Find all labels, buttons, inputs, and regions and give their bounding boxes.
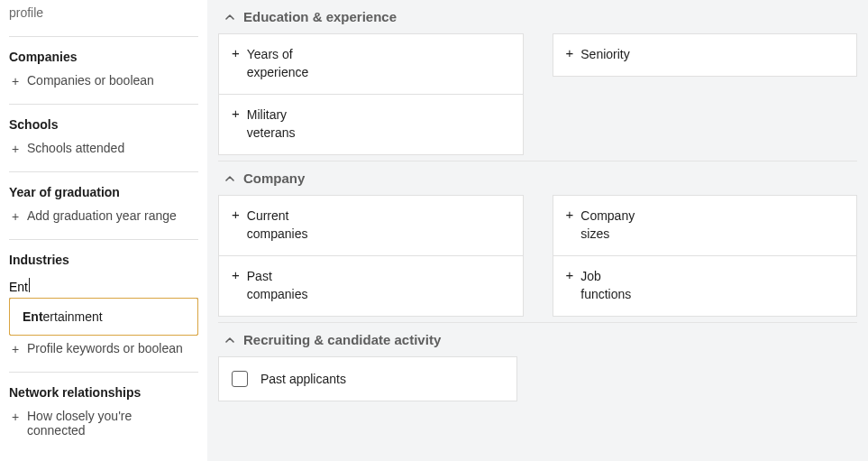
sidebar-heading-schools: Schools bbox=[9, 110, 198, 137]
add-network-label: How closely you're connected bbox=[27, 409, 180, 438]
card-label: Military veterans bbox=[247, 106, 319, 142]
card-seniority[interactable]: + Seniority bbox=[553, 33, 858, 77]
plus-icon: + bbox=[232, 207, 240, 223]
sidebar-heading-industries: Industries bbox=[9, 245, 198, 272]
card-label: Past companies bbox=[247, 267, 328, 303]
sidebar-heading-network: Network relationships bbox=[9, 378, 198, 405]
panel-header-company[interactable]: Company bbox=[218, 161, 857, 195]
dropdown-item-rest: ertainment bbox=[43, 309, 103, 324]
add-gradyear[interactable]: + Add graduation year range bbox=[9, 205, 198, 228]
chevron-up-icon bbox=[224, 11, 236, 23]
card-label: Job functions bbox=[580, 267, 653, 303]
plus-icon: + bbox=[9, 73, 22, 89]
company-col-left: + Current companies + Past companies bbox=[218, 195, 524, 317]
card-current-companies[interactable]: + Current companies bbox=[218, 195, 524, 256]
panel-title-education: Education & experience bbox=[243, 9, 397, 24]
education-col-right: + Seniority bbox=[553, 33, 858, 155]
card-past-companies[interactable]: + Past companies bbox=[218, 256, 524, 317]
panel-title-recruiting: Recruiting & candidate activity bbox=[243, 332, 441, 347]
plus-icon: + bbox=[232, 45, 240, 61]
plus-icon: + bbox=[566, 207, 574, 223]
company-col-right: + Company sizes + Job functions bbox=[553, 195, 858, 317]
chevron-up-icon bbox=[224, 172, 236, 185]
card-job-functions[interactable]: + Job functions bbox=[553, 256, 858, 317]
sidebar-section-gradyear: Year of graduation + Add graduation year… bbox=[9, 172, 198, 239]
sidebar-section-schools: Schools + Schools attended bbox=[9, 105, 198, 171]
panel-header-education[interactable]: Education & experience bbox=[218, 0, 857, 33]
recruiting-cards: Past applicants bbox=[218, 356, 857, 401]
industries-input-wrap: Entertainment bbox=[9, 272, 198, 300]
sidebar-section-industries: Industries Entertainment bbox=[9, 240, 198, 311]
dropdown-item-entertainment[interactable]: Entertainment bbox=[10, 300, 197, 333]
card-past-applicants[interactable]: Past applicants bbox=[218, 356, 517, 401]
add-keywords-label: Profile keywords or boolean bbox=[27, 341, 183, 355]
panel-title-company: Company bbox=[243, 171, 305, 186]
plus-icon: + bbox=[232, 267, 240, 283]
card-label: Past applicants bbox=[260, 370, 346, 388]
card-label: Years of experience bbox=[247, 45, 328, 81]
plus-icon: + bbox=[9, 141, 22, 157]
card-military-veterans[interactable]: + Military veterans bbox=[218, 95, 524, 155]
add-schools[interactable]: + Schools attended bbox=[9, 137, 198, 161]
add-companies-label: Companies or boolean bbox=[27, 73, 154, 88]
industries-input[interactable] bbox=[9, 276, 198, 299]
company-cards: + Current companies + Past companies + C… bbox=[218, 195, 857, 317]
checkbox-past-applicants[interactable] bbox=[232, 371, 248, 387]
sidebar: profile Companies + Companies or boolean… bbox=[0, 0, 207, 461]
card-company-sizes[interactable]: + Company sizes bbox=[553, 195, 858, 256]
add-keywords[interactable]: + Profile keywords or boolean bbox=[9, 337, 198, 361]
main-panel: Education & experience + Years of experi… bbox=[207, 0, 868, 461]
sidebar-section-keywords: + Profile keywords or boolean bbox=[9, 337, 198, 372]
plus-icon: + bbox=[9, 409, 22, 425]
sidebar-heading-gradyear: Year of graduation bbox=[9, 178, 198, 205]
plus-icon: + bbox=[232, 106, 240, 122]
card-label: Company sizes bbox=[580, 207, 653, 243]
plus-icon: + bbox=[9, 341, 22, 357]
dropdown-item-prefix: Ent bbox=[23, 309, 43, 324]
add-schools-label: Schools attended bbox=[27, 141, 124, 155]
sidebar-section-companies: Companies + Companies or boolean bbox=[9, 37, 198, 104]
plus-icon: + bbox=[566, 267, 574, 283]
add-companies[interactable]: + Companies or boolean bbox=[9, 69, 198, 93]
sidebar-section-partial: profile bbox=[9, 0, 198, 36]
card-years-experience[interactable]: + Years of experience bbox=[218, 33, 524, 95]
add-network[interactable]: + How closely you're connected bbox=[9, 405, 198, 441]
sidebar-heading-companies: Companies bbox=[9, 42, 198, 69]
card-label: Current companies bbox=[247, 207, 328, 243]
industries-dropdown: Entertainment bbox=[9, 298, 198, 336]
education-col-left: + Years of experience + Military veteran… bbox=[218, 33, 524, 155]
sidebar-section-network: Network relationships + How closely you'… bbox=[9, 373, 198, 452]
panel-header-recruiting[interactable]: Recruiting & candidate activity bbox=[218, 323, 857, 356]
text-caret bbox=[29, 278, 30, 292]
plus-icon: + bbox=[566, 45, 574, 61]
card-label: Seniority bbox=[580, 45, 629, 63]
plus-icon: + bbox=[9, 208, 22, 225]
chevron-up-icon bbox=[224, 334, 236, 346]
add-gradyear-label: Add graduation year range bbox=[27, 208, 177, 223]
education-cards: + Years of experience + Military veteran… bbox=[218, 33, 857, 155]
sidebar-partial-text: profile bbox=[9, 5, 198, 25]
